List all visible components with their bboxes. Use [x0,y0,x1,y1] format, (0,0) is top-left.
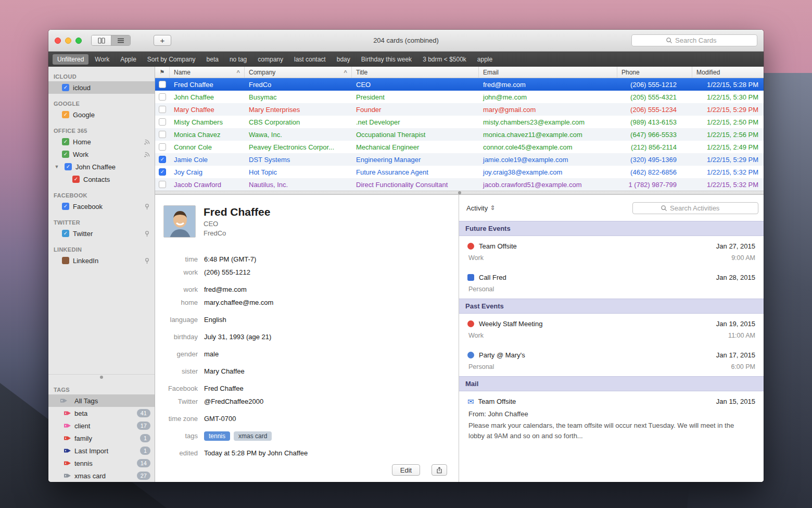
filter-tab[interactable]: no tag [225,54,251,65]
column-header-email[interactable]: Email [479,67,617,78]
account-checkbox[interactable]: ✓ [62,84,69,91]
tag-icon [64,422,72,429]
horizontal-splitter[interactable] [155,191,764,195]
filter-tab[interactable]: 3 bdrm < $500k [418,54,471,65]
sidebar-item-contacts[interactable]: ✓ Contacts [48,173,155,185]
sidebar-item-all-tags[interactable]: All Tags [48,394,155,407]
row-checkbox[interactable] [159,131,166,138]
disclosure-triangle-icon[interactable]: ▼ [53,164,61,169]
search-cards-field[interactable] [631,34,757,46]
table-row[interactable]: Monica Chavez Wawa, Inc. Occupational Th… [155,128,764,141]
tag-item[interactable]: client 17 [48,419,155,432]
add-card-button[interactable]: + [154,35,171,46]
sidebar-item-work[interactable]: ✓ Work [48,148,155,160]
row-checkbox[interactable] [159,118,166,126]
search-cards-input[interactable] [675,36,723,44]
filter-tab[interactable]: Birthday this week [357,54,416,65]
filter-tab[interactable]: Unfiltered [53,54,88,65]
filter-tab[interactable]: bday [332,54,355,65]
calendar-color-icon [467,320,474,327]
column-header-modified[interactable]: Modified [692,67,764,78]
table-row[interactable]: Misty Chambers CBS Corporation .net Deve… [155,116,764,128]
sidebar-item-google[interactable]: ✓ Google [48,108,155,121]
column-header-company[interactable]: Company^ [245,67,352,78]
detail-field: work fred@me.com [163,283,459,296]
sort-toggle-icon: ⇕ [490,204,495,212]
search-activities-field[interactable] [632,202,758,214]
table-row[interactable]: Jacob Crawford Nautilus, Inc. Direct Fun… [155,178,764,191]
mail-item[interactable]: ✉ Team Offsite Jan 15, 2015 From: John C… [459,391,764,447]
account-checkbox[interactable]: ✓ [62,151,69,158]
account-checkbox[interactable]: ✓ [62,138,69,145]
row-checkbox[interactable] [159,181,166,188]
account-checkbox[interactable]: ✓ [62,111,69,118]
edit-button[interactable]: Edit [392,464,420,476]
event-item[interactable]: Party @ Mary's Jan 17, 2015 Personal 6:0… [459,345,764,376]
account-checkbox[interactable]: ✓ [62,203,69,210]
account-checkbox[interactable]: ✓ [65,163,72,170]
column-label: Phone [621,69,640,76]
minimize-button[interactable] [65,38,71,44]
filter-tab[interactable]: Work [90,54,114,65]
filter-tab[interactable]: apple [473,54,497,65]
sidebar-item-icloud[interactable]: ✓ icloud [48,81,155,94]
table-row[interactable]: Jamie Cole DST Systems Engineering Manag… [155,153,764,166]
tag-pill[interactable]: tennis [204,431,230,441]
tag-item[interactable]: xmas card 27 [48,469,155,482]
filter-tab[interactable]: last contact [289,54,331,65]
table-row[interactable]: Connor Cole Peavey Electronics Corpor...… [155,141,764,153]
card-view-button[interactable] [92,35,111,45]
tag-item[interactable]: tennis 14 [48,457,155,469]
account-checkbox[interactable]: ✓ [72,176,80,183]
sidebar-splitter[interactable] [48,374,155,380]
share-button[interactable] [432,464,447,476]
account-checkbox[interactable]: ✓ [62,230,69,237]
event-item[interactable]: Call Fred Jan 28, 2015 Personal [459,267,764,299]
column-header-name[interactable]: Name^ [170,67,245,78]
table-row[interactable]: John Chaffee Busymac President john@me.c… [155,91,764,103]
row-checkbox[interactable] [159,156,166,163]
column-label: Title [356,69,367,76]
sidebar-item-facebook[interactable]: ✓ Facebook [48,200,155,213]
filter-tab[interactable]: Apple [116,54,141,65]
cell-email: misty.chambers23@example.com [479,118,617,126]
tag-pill[interactable]: xmas card [234,431,272,441]
tag-item[interactable]: Last Import 1 [48,444,155,457]
past-events-list: Weekly Staff Meeting Jan 19, 2015 Work 1… [459,314,764,376]
zoom-button[interactable] [75,38,82,44]
table-row[interactable]: Joy Craig Hot Topic Future Assurance Age… [155,166,764,178]
column-header-title[interactable]: Title [352,67,479,78]
sidebar-section-header-linkedin: LINKEDIN [54,246,155,253]
filter-tab[interactable]: Sort by Company [143,54,200,65]
tag-count-badge: 1 [140,447,150,455]
column-header-phone[interactable]: Phone [617,67,692,78]
field-label: language [163,316,198,324]
event-item[interactable]: Team Offsite Jan 27, 2015 Work 9:00 AM [459,236,764,267]
detail-field: gender male [163,348,459,361]
sidebar-item-linkedin[interactable]: LinkedIn [48,254,155,267]
sidebar-item-john-chaffee[interactable]: ▼ ✓ John Chaffee [48,160,155,173]
event-item[interactable]: Weekly Staff Meeting Jan 19, 2015 Work 1… [459,314,764,345]
column-header-flag[interactable]: ⚑ [155,67,170,78]
table-row[interactable]: Mary Chaffee Mary Enterprises Founder ma… [155,103,764,116]
cell-email: fred@me.com [479,81,617,89]
search-activities-input[interactable] [670,204,730,212]
row-checkbox[interactable] [159,168,166,176]
activity-dropdown[interactable]: Activity⇕ [466,204,495,212]
filter-tab[interactable]: beta [202,54,223,65]
filter-tab[interactable]: company [253,54,288,65]
tag-item[interactable]: family 1 [48,432,155,444]
row-checkbox[interactable] [159,106,166,113]
sidebar-item-label: Twitter [73,230,93,238]
table-row[interactable]: Fred Chaffee FredCo CEO fred@me.com (206… [155,78,764,91]
row-checkbox[interactable] [159,81,166,88]
account-checkbox[interactable] [62,257,69,264]
sidebar-item-twitter[interactable]: ✓ Twitter [48,227,155,240]
close-button[interactable] [55,38,61,44]
event-time: 9:00 AM [731,254,755,262]
sidebar-item-home[interactable]: ✓ Home [48,135,155,148]
row-checkbox[interactable] [159,93,166,101]
list-view-button[interactable] [111,35,130,45]
tag-item[interactable]: beta 41 [48,407,155,419]
row-checkbox[interactable] [159,143,166,151]
